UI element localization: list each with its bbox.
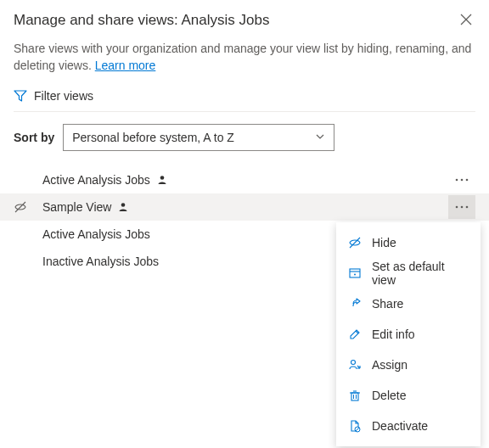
- view-row[interactable]: Active Analysis Jobs: [0, 166, 489, 193]
- menu-item-default[interactable]: Set as default view: [336, 258, 481, 288]
- sort-select[interactable]: Personal before system, A to Z: [63, 124, 334, 151]
- description-text: Share views with your organization and m…: [14, 42, 471, 72]
- share-icon: [348, 297, 362, 311]
- hide-icon: [348, 236, 362, 249]
- dialog-description: Share views with your organization and m…: [14, 41, 475, 74]
- divider: [14, 111, 475, 112]
- menu-item-share[interactable]: Share: [336, 288, 481, 319]
- menu-item-assign[interactable]: Assign: [336, 350, 481, 380]
- default-icon: [348, 266, 362, 280]
- edit-icon: [348, 328, 362, 341]
- person-icon: [118, 202, 128, 212]
- svg-point-4: [461, 179, 464, 182]
- sort-row: Sort by Personal before system, A to Z: [14, 124, 475, 151]
- menu-item-delete[interactable]: Delete: [336, 380, 481, 411]
- svg-point-9: [461, 206, 464, 209]
- svg-point-8: [456, 206, 458, 209]
- more-icon: [455, 205, 469, 209]
- menu-item-label: Assign: [372, 358, 408, 372]
- row-more-button[interactable]: [448, 195, 475, 219]
- chevron-down-icon: [315, 132, 325, 142]
- svg-point-3: [456, 179, 458, 182]
- learn-more-link[interactable]: Learn more: [95, 59, 156, 72]
- menu-item-hide[interactable]: Hide: [336, 227, 481, 258]
- menu-item-label: Share: [372, 297, 403, 311]
- svg-point-7: [121, 203, 126, 207]
- svg-point-14: [354, 274, 356, 276]
- row-label-text: Sample View: [42, 200, 111, 214]
- person-icon: [157, 175, 167, 185]
- row-label: Sample View: [42, 200, 448, 214]
- svg-line-6: [15, 202, 25, 212]
- hidden-icon: [14, 200, 27, 214]
- menu-item-label: Delete: [372, 389, 406, 402]
- more-icon: [455, 178, 469, 182]
- menu-item-deactivate[interactable]: Deactivate: [336, 411, 481, 441]
- svg-point-5: [466, 179, 469, 182]
- delete-icon: [348, 389, 362, 402]
- row-status-icon-slot: [14, 200, 42, 214]
- row-label-text: Active Analysis Jobs: [42, 227, 150, 241]
- dialog-header: Manage and share views: Analysis Jobs: [14, 12, 475, 29]
- svg-point-2: [160, 176, 165, 180]
- svg-point-10: [466, 206, 469, 209]
- menu-item-label: Hide: [372, 236, 396, 249]
- menu-item-label: Edit info: [372, 328, 415, 341]
- row-label-text: Inactive Analysis Jobs: [42, 255, 159, 268]
- menu-item-label: Set as default view: [372, 260, 469, 287]
- close-icon: [460, 14, 472, 25]
- deactivate-icon: [348, 419, 362, 433]
- assign-icon: [348, 358, 362, 372]
- row-label-text: Active Analysis Jobs: [42, 173, 150, 187]
- view-row[interactable]: Sample View: [0, 193, 489, 221]
- row-context-menu: HideSet as default viewShareEdit infoAss…: [336, 222, 481, 446]
- close-button[interactable]: [457, 12, 475, 27]
- menu-item-edit[interactable]: Edit info: [336, 319, 481, 350]
- row-more-button[interactable]: [448, 168, 475, 192]
- svg-line-11: [350, 238, 360, 248]
- sort-by-label: Sort by: [14, 131, 54, 144]
- filter-label: Filter views: [34, 89, 93, 103]
- filter-icon: [14, 89, 27, 103]
- menu-item-label: Deactivate: [372, 419, 428, 433]
- svg-rect-20: [351, 393, 358, 400]
- sort-select-value: Personal before system, A to Z: [72, 131, 234, 144]
- svg-point-16: [351, 361, 356, 365]
- svg-rect-12: [350, 269, 360, 277]
- row-label: Active Analysis Jobs: [42, 173, 448, 187]
- filter-views-button[interactable]: Filter views: [14, 89, 475, 103]
- dialog-title: Manage and share views: Analysis Jobs: [14, 12, 269, 29]
